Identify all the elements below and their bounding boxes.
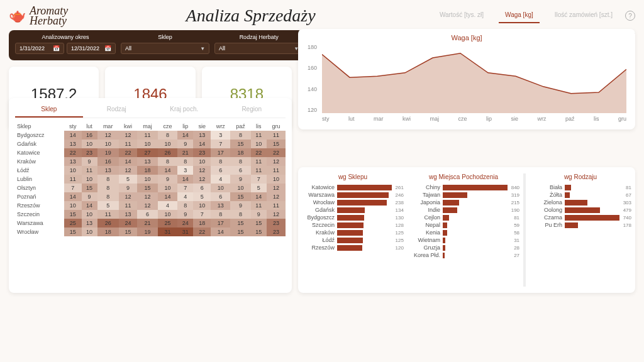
- bar-chart-title: wg Miejsca Pochodzenia: [408, 173, 519, 180]
- table-row: Łódź101113121814312661111: [15, 166, 286, 175]
- bar-charts-panel: wg SklepuKatowice261Warszawa246Wrocław23…: [298, 167, 635, 293]
- bar-row: Japonia215: [408, 199, 519, 206]
- bar-row: Pu Erh178: [530, 222, 631, 228]
- filter-rodzaj-label: Rodzaj Herbaty: [214, 34, 303, 40]
- table-tab[interactable]: Sklep: [15, 103, 83, 118]
- page-title: Analiza Sprzedaży: [68, 6, 433, 26]
- rodzaj-select[interactable]: All▼: [214, 43, 303, 54]
- bar-row: Chiny840: [408, 184, 519, 190]
- table-row: Olsztyn715891510761010512: [15, 184, 286, 192]
- table-row: Lublin111085109141249710: [15, 175, 286, 184]
- top-tab[interactable]: Waga [kg]: [499, 9, 540, 23]
- bar-chart-title: wg Sklepu: [302, 173, 404, 180]
- chart-title: Waga [kg]: [304, 34, 629, 41]
- waga-chart-panel: Waga [kg] 180160140120 stylutmarkwimajcz…: [298, 29, 635, 129]
- bar-row: Biała81: [530, 184, 631, 190]
- table-row: Katowice222319222726212317182222: [15, 148, 286, 157]
- bar-row: Tajwan319: [408, 192, 519, 198]
- bar-row: Szczecin128: [302, 222, 404, 228]
- table-row: Kraków1391614138810881112: [15, 157, 286, 166]
- bar-row: Gruzja28: [408, 244, 519, 251]
- table-row: Wrocław151018151931312214151523: [15, 228, 286, 236]
- bar-row: Warszawa246: [302, 192, 404, 198]
- brand-line2: Herbaty: [30, 16, 68, 26]
- heatmap-table-panel: SklepRodzajKraj poch.Region Sklepstylutm…: [9, 98, 292, 293]
- brand-logo: 🫖 Aromaty Herbaty: [9, 6, 68, 26]
- filter-sklep-label: Sklep: [121, 34, 209, 40]
- bar-row: Zielona303: [530, 199, 631, 206]
- bar-row: Rzeszów120: [302, 244, 404, 251]
- bar-row: Indie190: [408, 207, 519, 213]
- table-tab[interactable]: Kraj poch.: [150, 103, 218, 118]
- bar-row: Żółta67: [530, 192, 631, 198]
- table-tab[interactable]: Rodzaj: [83, 103, 151, 118]
- bar-row: Wietnam31: [408, 237, 519, 243]
- date-from-input[interactable]: 1/31/2022📅: [15, 43, 64, 54]
- calendar-icon: 📅: [104, 45, 111, 52]
- sklep-select[interactable]: All▼: [121, 43, 209, 54]
- table-tab[interactable]: Region: [218, 103, 286, 118]
- table-row: Gdańsk1310101110109147151015: [15, 140, 286, 148]
- table-row: Warszawa251326242125241817151523: [15, 219, 286, 228]
- top-tab[interactable]: Wartość [tys. zł]: [433, 9, 490, 23]
- date-to-input[interactable]: 12/31/2022📅: [67, 43, 116, 54]
- help-icon[interactable]: ?: [625, 11, 635, 21]
- bar-row: Oolong479: [530, 207, 631, 213]
- bar-row: Nepal59: [408, 222, 519, 228]
- bar-row: Gdańsk134: [302, 207, 404, 213]
- bar-row: Cejlon81: [408, 214, 519, 221]
- bar-row: Wrocław238: [302, 199, 404, 206]
- bar-row: Korea Płd.27: [408, 252, 519, 258]
- bar-row: Kraków125: [302, 229, 404, 236]
- top-tab[interactable]: Ilość zamówień [szt.]: [548, 9, 619, 23]
- bar-row: Bydgoszcz130: [302, 214, 404, 221]
- table-row: Szczecin151011136109788912: [15, 210, 286, 219]
- teapot-icon: 🫖: [9, 8, 26, 24]
- bar-chart-title: wg Rodzaju: [530, 173, 631, 180]
- bar-row: Kenia58: [408, 229, 519, 236]
- filter-period-label: Analizowany okres: [15, 34, 116, 40]
- heatmap-table: Sklepstylutmarkwimajczelipsiewrzpaźlisgr…: [15, 122, 286, 236]
- bar-row: Łódź125: [302, 237, 404, 243]
- table-row: Rzeszów10145111248101391111: [15, 201, 286, 210]
- chevron-down-icon: ▼: [200, 46, 205, 52]
- table-row: Poznań1498121214456151412: [15, 192, 286, 201]
- calendar-icon: 📅: [53, 45, 60, 52]
- bar-row: Czarna740: [530, 214, 631, 221]
- table-row: Bydgoszcz141612121181413381111: [15, 131, 286, 140]
- bar-row: Katowice261: [302, 184, 404, 190]
